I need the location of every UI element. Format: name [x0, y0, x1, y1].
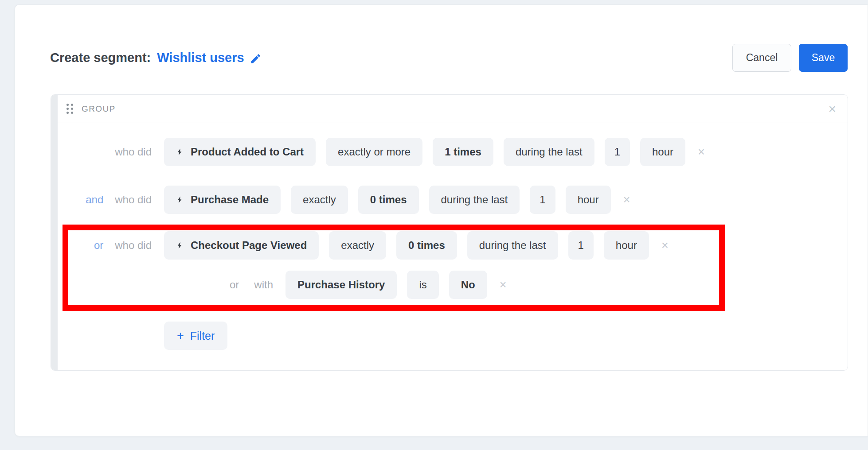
- page-header: Create segment: Wishlist users Cancel Sa…: [15, 5, 868, 72]
- operator-pill[interactable]: is: [407, 271, 438, 299]
- row-labels: or who did: [58, 239, 164, 252]
- count-pill[interactable]: 0 times: [358, 186, 419, 214]
- remove-row-icon[interactable]: ×: [661, 240, 669, 252]
- row-connector: and: [86, 194, 103, 206]
- plus-icon: +: [177, 330, 184, 342]
- event-label: Checkout Page Viewed: [191, 239, 307, 252]
- title-wrap: Create segment: Wishlist users: [50, 50, 262, 65]
- remove-row-icon[interactable]: ×: [698, 146, 705, 158]
- window-pill[interactable]: during the last: [467, 231, 558, 260]
- row-labels: and who did: [58, 194, 164, 206]
- count-pill[interactable]: 0 times: [396, 231, 457, 260]
- group-card: GROUP × who did Product Added to Cart ex…: [51, 94, 848, 371]
- value-pill[interactable]: 1: [568, 231, 594, 260]
- unit-pill[interactable]: hour: [604, 231, 649, 260]
- header-actions: Cancel Save: [732, 44, 848, 72]
- operator-pill[interactable]: exactly: [329, 231, 386, 260]
- group-close-icon[interactable]: ×: [828, 102, 836, 116]
- save-button[interactable]: Save: [799, 44, 848, 72]
- lightning-bolt-icon: [176, 147, 184, 157]
- row-subject: who did: [115, 194, 152, 206]
- group-header: GROUP ×: [58, 95, 848, 123]
- filter-row: and who did Purchase Made exactly 0 time…: [58, 186, 848, 214]
- unit-pill[interactable]: hour: [640, 138, 685, 166]
- row-subject: who did: [115, 146, 152, 158]
- drag-handle-icon[interactable]: [66, 104, 73, 114]
- cancel-button[interactable]: Cancel: [732, 44, 791, 72]
- lightning-bolt-icon: [176, 194, 184, 205]
- operator-pill[interactable]: exactly: [291, 186, 348, 214]
- count-pill[interactable]: 1 times: [433, 138, 493, 166]
- segment-name-text: Wishlist users: [157, 50, 244, 65]
- group-label: GROUP: [82, 104, 116, 114]
- row-connector: or: [230, 279, 239, 291]
- segment-name-link[interactable]: Wishlist users: [157, 50, 261, 65]
- event-pill[interactable]: Purchase Made: [164, 186, 281, 214]
- row-subject: who did: [115, 239, 152, 252]
- row-subject: with: [254, 279, 273, 291]
- operator-pill[interactable]: exactly or more: [326, 138, 422, 166]
- add-filter-button[interactable]: + Filter: [164, 322, 227, 350]
- attribute-pill[interactable]: Purchase History: [285, 271, 397, 299]
- page-title: Create segment:: [50, 50, 151, 65]
- filter-subrow-highlighted: or with Purchase History is No ×: [58, 271, 848, 299]
- remove-row-icon[interactable]: ×: [623, 194, 630, 206]
- value-pill[interactable]: 1: [605, 138, 630, 166]
- row-connector: or: [94, 239, 103, 252]
- lightning-bolt-icon: [176, 240, 184, 251]
- main-panel: Create segment: Wishlist users Cancel Sa…: [15, 4, 868, 436]
- row-labels: or with: [58, 279, 285, 291]
- edit-pencil-icon[interactable]: [250, 53, 262, 65]
- filter-row-highlighted: or who did Checkout Page Viewed exactly …: [58, 231, 848, 260]
- event-pill[interactable]: Checkout Page Viewed: [164, 231, 319, 260]
- remove-row-icon[interactable]: ×: [500, 279, 507, 291]
- row-labels: who did: [58, 146, 164, 158]
- window-pill[interactable]: during the last: [504, 138, 594, 166]
- event-pill[interactable]: Product Added to Cart: [164, 138, 316, 166]
- unit-pill[interactable]: hour: [566, 186, 611, 214]
- event-label: Product Added to Cart: [191, 146, 304, 158]
- value-pill[interactable]: 1: [530, 186, 555, 214]
- filter-row: who did Product Added to Cart exactly or…: [58, 138, 848, 166]
- window-pill[interactable]: during the last: [429, 186, 520, 214]
- add-filter-label: Filter: [190, 330, 215, 342]
- value-pill[interactable]: No: [449, 271, 487, 299]
- group-drag-rail[interactable]: [51, 95, 58, 370]
- event-label: Purchase Made: [191, 194, 269, 206]
